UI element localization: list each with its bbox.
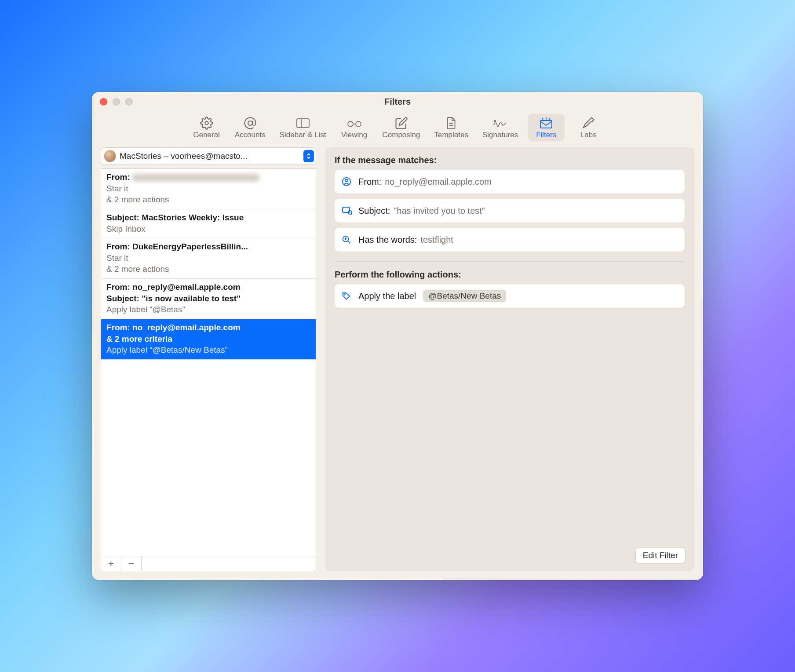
subject-icon bbox=[342, 206, 353, 215]
condition-has-words[interactable]: Has the words: testflight bbox=[335, 228, 685, 252]
svg-line-15 bbox=[348, 241, 350, 244]
titlebar: Filters bbox=[92, 92, 703, 111]
tab-templates[interactable]: Templates bbox=[430, 114, 473, 141]
content-area: MacStories – voorhees@macsto... From: St… bbox=[92, 147, 703, 580]
account-name: MacStories – voorhees@macsto... bbox=[116, 151, 303, 161]
divider bbox=[335, 261, 685, 262]
tab-composing[interactable]: Composing bbox=[378, 114, 425, 141]
glasses-icon bbox=[346, 117, 362, 130]
preferences-toolbar: General Accounts Sidebar & List Viewing … bbox=[92, 111, 703, 147]
filter-scroll[interactable]: From: Star it & 2 more actions Subject: … bbox=[101, 169, 316, 556]
account-select[interactable]: MacStories – voorhees@macsto... bbox=[101, 147, 316, 165]
sidebar-icon bbox=[295, 117, 311, 130]
traffic-lights bbox=[100, 98, 133, 106]
tab-viewing[interactable]: Viewing bbox=[336, 114, 373, 141]
tag-icon bbox=[342, 291, 353, 301]
zoom-window-button[interactable] bbox=[125, 98, 133, 106]
filter-row[interactable]: Subject: MacStories Weekly: Issue Skip I… bbox=[101, 209, 316, 238]
person-icon bbox=[342, 177, 353, 186]
redacted-text bbox=[132, 174, 259, 182]
hammer-icon bbox=[580, 117, 596, 130]
match-heading: If the message matches: bbox=[335, 155, 685, 165]
filter-row[interactable]: From: no_reply@email.apple.com & 2 more … bbox=[101, 319, 316, 360]
avatar bbox=[104, 150, 116, 162]
label-chip: @Betas/New Betas bbox=[423, 290, 506, 302]
svg-point-10 bbox=[345, 179, 348, 182]
preferences-window: Filters General Accounts Sidebar & List … bbox=[92, 92, 703, 580]
tab-sidebar-list[interactable]: Sidebar & List bbox=[275, 114, 331, 141]
svg-point-4 bbox=[348, 121, 353, 127]
search-icon bbox=[342, 235, 353, 245]
minimize-window-button[interactable] bbox=[113, 98, 120, 106]
tab-accounts[interactable]: Accounts bbox=[230, 114, 270, 141]
close-window-button[interactable] bbox=[100, 98, 107, 106]
tab-general[interactable]: General bbox=[188, 114, 225, 141]
actions-heading: Perform the following actions: bbox=[335, 270, 685, 280]
filters-icon bbox=[538, 117, 554, 130]
add-filter-button[interactable]: + bbox=[101, 556, 121, 571]
filter-row[interactable]: From: no_reply@email.apple.com Subject: … bbox=[101, 279, 316, 319]
action-text: Apply the label bbox=[358, 291, 416, 301]
signature-icon bbox=[492, 117, 508, 130]
svg-point-18 bbox=[344, 294, 345, 295]
tab-labs[interactable]: Labs bbox=[570, 114, 607, 141]
dropdown-chevron-icon[interactable] bbox=[303, 150, 314, 162]
at-icon bbox=[242, 117, 258, 130]
filter-list: From: Star it & 2 more actions Subject: … bbox=[101, 168, 316, 571]
svg-point-0 bbox=[205, 121, 208, 125]
filter-detail-pane: If the message matches: From: no_reply@e… bbox=[325, 147, 694, 571]
svg-line-13 bbox=[351, 214, 352, 215]
list-footer: + − bbox=[101, 556, 316, 571]
svg-point-1 bbox=[248, 121, 252, 125]
left-column: MacStories – voorhees@macsto... From: St… bbox=[101, 147, 316, 571]
condition-subject[interactable]: Subject: "has invited you to test" bbox=[335, 199, 685, 223]
tab-signatures[interactable]: Signatures bbox=[478, 114, 522, 141]
svg-point-5 bbox=[356, 121, 361, 127]
filter-row[interactable]: From: Star it & 2 more actions bbox=[101, 169, 316, 209]
svg-rect-8 bbox=[540, 121, 552, 128]
edit-filter-button[interactable]: Edit Filter bbox=[635, 548, 686, 563]
tab-filters[interactable]: Filters bbox=[528, 114, 565, 141]
action-apply-label[interactable]: Apply the label @Betas/New Betas bbox=[335, 284, 685, 308]
condition-from[interactable]: From: no_reply@email.apple.com bbox=[335, 170, 685, 194]
remove-filter-button[interactable]: − bbox=[121, 556, 142, 571]
gear-icon bbox=[199, 117, 215, 130]
filter-row[interactable]: From: DukeEnergyPaperlessBillin... Star … bbox=[101, 238, 316, 279]
window-title: Filters bbox=[92, 97, 703, 107]
svg-rect-2 bbox=[297, 119, 309, 128]
document-icon bbox=[443, 117, 459, 130]
compose-icon bbox=[394, 117, 409, 130]
